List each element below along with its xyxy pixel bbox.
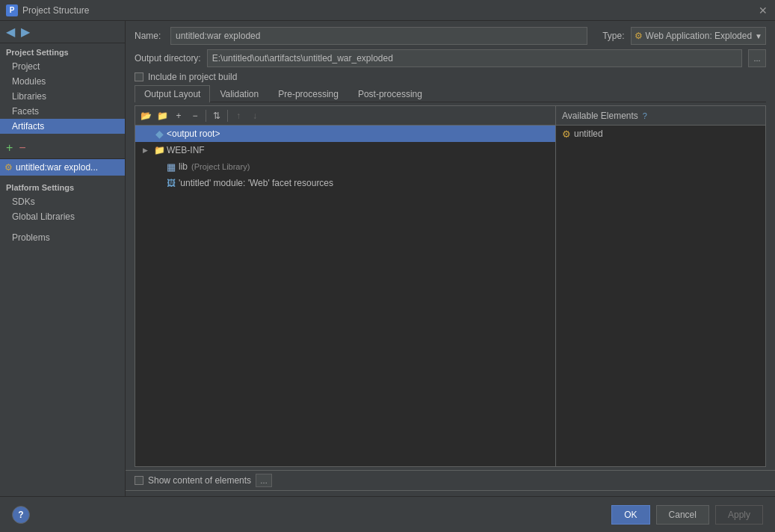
layout-add-dir-btn[interactable]: 📁	[155, 108, 170, 123]
tab-pre-processing[interactable]: Pre-processing	[268, 85, 348, 102]
tree-item-output-root[interactable]: ◆ <output root>	[135, 126, 555, 142]
web-resources-icon: 🖼	[165, 177, 177, 189]
avail-item-icon: ⚙	[562, 129, 571, 140]
layout-sort-btn[interactable]: ⇅	[209, 108, 224, 123]
tree-item-web-resources[interactable]: 🖼 'untitled' module: 'Web' facet resourc…	[135, 175, 555, 191]
tree-item-web-inf-label: WEB-INF	[167, 145, 205, 155]
tree-arrow-2: ▶	[143, 146, 152, 154]
type-dropdown-arrow: ▼	[755, 32, 762, 40]
tree-item-output-root-label: <output root>	[167, 129, 220, 139]
available-help-icon[interactable]: ?	[643, 111, 647, 120]
scrollbar-area	[126, 490, 775, 496]
layout-toolbar: 📂 📁 + − ⇅ ↑ ↓	[135, 106, 555, 126]
output-dir-input[interactable]	[207, 49, 742, 67]
name-label: Name:	[135, 31, 164, 41]
avail-item-label: untitled	[574, 129, 603, 139]
sidebar-item-facets[interactable]: Facets	[0, 104, 125, 119]
cancel-button[interactable]: Cancel	[656, 505, 709, 525]
nav-back-button[interactable]: ◀	[4, 26, 16, 38]
type-select-text: Web Application: Exploded	[646, 31, 753, 41]
title-bar: P Project Structure ✕	[0, 0, 775, 21]
output-root-icon: ◆	[153, 128, 165, 140]
show-content-label: Show content of elements	[148, 475, 251, 486]
sidebar-item-modules[interactable]: Modules	[0, 74, 125, 89]
close-button[interactable]: ✕	[757, 4, 769, 16]
tab-output-layout[interactable]: Output Layout	[135, 85, 210, 102]
tree-item-web-resources-label: 'untitled' module: 'Web' facet resources	[179, 178, 333, 188]
tab-post-processing[interactable]: Post-processing	[348, 85, 432, 102]
tree-item-lib-label: lib	[179, 161, 188, 172]
available-elements-panel: Available Elements ? ⚙ untitled	[556, 106, 765, 466]
toolbar-separator	[206, 110, 206, 122]
ok-button[interactable]: OK	[611, 505, 649, 525]
tree-item-web-inf[interactable]: ▶ 📁 WEB-INF	[135, 142, 555, 158]
artifact-item-icon: ⚙	[4, 162, 13, 173]
sidebar-bottom: Platform Settings SDKs Global Libraries	[0, 179, 125, 224]
folder-icon: 📁	[153, 144, 165, 156]
toolbar-separator-2	[227, 110, 228, 122]
main-container: ◀ ▶ Project Settings Project Modules Lib…	[0, 21, 775, 496]
lib-icon: ▦	[165, 161, 177, 173]
tree-item-lib-sub: (Project Library)	[189, 162, 250, 171]
include-checkbox-row: Include in project build	[126, 70, 775, 85]
sidebar-item-project[interactable]: Project	[0, 59, 125, 74]
type-select[interactable]: ⚙ Web Application: Exploded ▼	[631, 27, 766, 45]
artifact-item-label: untitled:war explod...	[16, 162, 98, 173]
apply-button[interactable]: Apply	[715, 505, 763, 525]
sidebar-item-global-libraries[interactable]: Global Libraries	[0, 209, 125, 224]
sidebar-item-problems[interactable]: Problems	[0, 230, 125, 245]
include-checkbox[interactable]	[135, 72, 143, 81]
available-elements-header: Available Elements ?	[556, 106, 765, 126]
layout-add-btn[interactable]: +	[171, 108, 186, 123]
title-bar-text: Project Structure	[22, 5, 89, 16]
layout-panel: 📂 📁 + − ⇅ ↑ ↓ ◆ <output root>	[135, 105, 766, 467]
type-select-icon: ⚙	[634, 31, 643, 41]
sidebar-item-sdks[interactable]: SDKs	[0, 194, 125, 209]
artifact-list: ⚙ untitled:war explod...	[0, 159, 125, 176]
artifact-item[interactable]: ⚙ untitled:war explod...	[0, 159, 125, 176]
footer: ? OK Cancel Apply	[0, 496, 775, 532]
layout-remove-btn[interactable]: −	[188, 108, 203, 123]
nav-forward-button[interactable]: ▶	[19, 26, 31, 38]
sidebar-item-libraries[interactable]: Libraries	[0, 89, 125, 104]
tabs-bar: Output Layout Validation Pre-processing …	[135, 85, 766, 102]
type-label: Type:	[602, 31, 624, 41]
sidebar-toolbar: ◀ ▶	[0, 21, 125, 43]
add-artifact-button[interactable]: +	[4, 142, 14, 154]
tab-validation[interactable]: Validation	[210, 85, 268, 102]
sidebar: ◀ ▶ Project Settings Project Modules Lib…	[0, 21, 126, 496]
include-label: Include in project build	[148, 72, 237, 82]
output-dir-label: Output directory:	[135, 53, 201, 64]
project-settings-header: Project Settings	[0, 43, 125, 59]
remove-artifact-button[interactable]: −	[17, 142, 27, 154]
output-dir-row: Output directory: ...	[126, 48, 775, 70]
bottom-bar: Show content of elements …	[126, 470, 775, 490]
name-input[interactable]	[170, 27, 587, 45]
more-button[interactable]: …	[256, 474, 272, 487]
name-row: Name: Type: ⚙ Web Application: Exploded …	[126, 21, 775, 48]
layout-add-folder-btn[interactable]: 📂	[138, 108, 153, 123]
sidebar-item-artifacts[interactable]: Artifacts	[0, 119, 125, 134]
show-content-checkbox[interactable]	[135, 476, 143, 485]
avail-item-untitled[interactable]: ⚙ untitled	[556, 126, 765, 142]
layout-down-btn[interactable]: ↓	[247, 108, 262, 123]
content-area: Name: Type: ⚙ Web Application: Exploded …	[126, 21, 775, 496]
layout-up-btn[interactable]: ↑	[231, 108, 246, 123]
artifact-toolbar: + −	[0, 137, 125, 159]
tree-item-lib[interactable]: ▦ lib (Project Library)	[135, 158, 555, 175]
output-layout-left: 📂 📁 + − ⇅ ↑ ↓ ◆ <output root>	[135, 106, 556, 466]
browse-button[interactable]: ...	[748, 49, 766, 67]
help-button[interactable]: ?	[12, 506, 30, 524]
available-elements-label: Available Elements	[562, 111, 638, 121]
platform-settings-header: Platform Settings	[0, 179, 125, 194]
problems-section: Problems	[0, 230, 125, 245]
app-icon: P	[6, 4, 18, 16]
